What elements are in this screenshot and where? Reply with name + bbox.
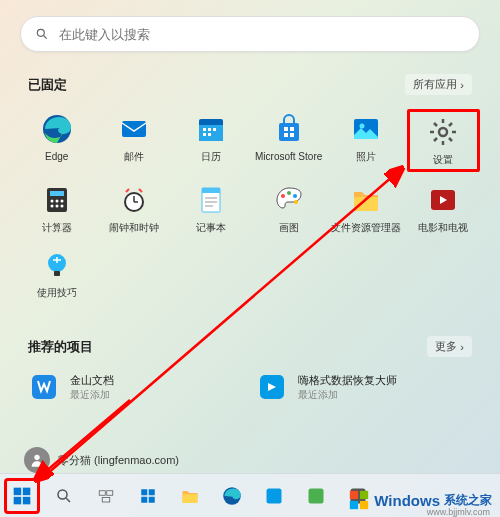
svg-rect-8 [213,128,216,131]
recommended-item[interactable]: 金山文档 最近添加 [28,371,244,403]
watermark-url: www.bjjmlv.com [427,507,490,517]
svg-rect-10 [208,133,211,136]
svg-point-22 [55,200,58,203]
svg-point-24 [50,205,53,208]
app-calculator[interactable]: 计算器 [20,180,93,237]
svg-point-25 [55,205,58,208]
tips-icon [41,249,73,281]
app-paint[interactable]: 画图 [252,180,325,237]
chevron-right-icon: › [460,341,464,353]
svg-rect-49 [14,496,22,504]
svg-point-51 [58,490,67,499]
app-label: 邮件 [124,151,144,162]
svg-rect-62 [267,488,282,503]
taskbar-app2[interactable] [298,478,334,514]
svg-rect-11 [279,123,299,141]
app-label: 闹钟和时钟 [109,222,159,233]
app-explorer[interactable]: 文件资源管理器 [329,180,402,237]
all-apps-button[interactable]: 所有应用 › [405,74,472,95]
svg-point-17 [359,124,364,129]
svg-rect-57 [149,489,155,495]
svg-rect-63 [309,488,324,503]
app-label: 文件资源管理器 [331,222,401,233]
photos-icon [350,113,382,145]
app-store[interactable]: Microsoft Store [252,109,325,172]
widgets-icon [139,487,157,505]
app-icon [306,486,326,506]
app-settings[interactable]: 设置 [407,109,480,172]
app-edge[interactable]: Edge [20,109,93,172]
app-label: 电影和电视 [418,222,468,233]
svg-rect-14 [284,133,288,137]
more-button[interactable]: 更多 › [427,336,472,357]
svg-rect-55 [102,497,110,502]
app-label: 计算器 [42,222,72,233]
calculator-icon [41,184,73,216]
svg-rect-7 [208,128,211,131]
svg-line-52 [66,498,70,502]
app-label: 画图 [279,222,299,233]
app-tips[interactable]: 使用技巧 [20,245,93,302]
svg-point-26 [60,205,63,208]
app-photos[interactable]: 照片 [329,109,402,172]
svg-point-21 [50,200,53,203]
gear-icon [427,116,459,148]
app-notepad[interactable]: 记事本 [175,180,248,237]
svg-point-23 [60,200,63,203]
svg-rect-20 [50,191,64,196]
more-label: 更多 [435,339,457,354]
svg-rect-56 [141,489,147,495]
app-icon [264,486,284,506]
app-label: 日历 [201,151,221,162]
app-label: 设置 [433,154,453,165]
search-bar[interactable] [20,16,480,52]
rec-subtitle: 最近添加 [298,388,397,402]
user-name-label: 零分猫 (lingfenmao.com) [58,453,179,468]
recommended-item[interactable]: 嗨格式数据恢复大师 最近添加 [256,371,472,403]
app-movies[interactable]: 电影和电视 [407,180,480,237]
app-label: Edge [45,151,68,162]
svg-point-36 [281,194,285,198]
svg-line-1 [44,36,47,39]
svg-rect-58 [141,496,147,502]
recommended-title: 推荐的项目 [28,338,93,356]
windows-logo-icon [348,489,370,511]
svg-rect-3 [122,121,146,137]
clock-icon [118,184,150,216]
app-calendar[interactable]: 日历 [175,109,248,172]
user-account[interactable]: 零分猫 (lingfenmao.com) [24,447,179,473]
app-mail[interactable]: 邮件 [97,109,170,172]
taskbar-app1[interactable] [256,478,292,514]
user-avatar-icon [24,447,50,473]
taskbar-widgets[interactable] [130,478,166,514]
svg-rect-12 [284,127,288,131]
folder-icon [180,486,200,506]
svg-rect-44 [32,375,56,399]
svg-rect-59 [149,496,155,502]
all-apps-label: 所有应用 [413,77,457,92]
svg-rect-13 [290,127,294,131]
pinned-title: 已固定 [28,76,67,94]
chevron-right-icon: › [460,79,464,91]
svg-rect-9 [203,133,206,136]
watermark-sub: 系统之家 [444,492,492,509]
search-input[interactable] [59,27,465,42]
svg-rect-48 [23,487,31,495]
svg-point-18 [439,128,447,136]
taskbar-taskview[interactable] [88,478,124,514]
folder-icon [350,184,382,216]
rec-title: 嗨格式数据恢复大师 [298,373,397,388]
taskbar-edge[interactable] [214,478,250,514]
svg-rect-68 [360,491,368,499]
taskbar-search[interactable] [46,478,82,514]
edge-icon [222,486,242,506]
search-icon [35,27,49,41]
movies-icon [427,184,459,216]
calendar-icon [195,113,227,145]
taskbar-explorer[interactable] [172,478,208,514]
app-clock[interactable]: 闹钟和时钟 [97,180,170,237]
svg-rect-15 [290,133,294,137]
svg-rect-60 [183,494,198,503]
start-button[interactable] [4,478,40,514]
notepad-icon [195,184,227,216]
